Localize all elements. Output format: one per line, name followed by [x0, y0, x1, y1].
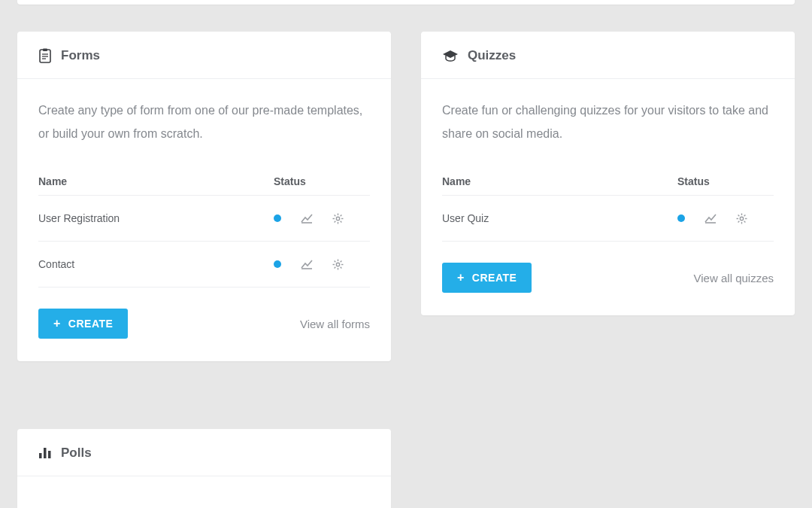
svg-line-32 — [738, 214, 740, 216]
forms-description: Create any type of form from one of our … — [38, 99, 370, 145]
create-label: CREATE — [68, 318, 114, 330]
analytics-icon[interactable] — [704, 213, 717, 224]
view-all-forms-link[interactable]: View all forms — [300, 318, 370, 330]
svg-line-11 — [335, 214, 336, 216]
create-label: CREATE — [472, 272, 517, 284]
analytics-icon[interactable] — [301, 213, 313, 224]
svg-line-14 — [335, 221, 336, 223]
table-row: User Quiz — [442, 196, 774, 242]
clipboard-icon — [38, 48, 52, 63]
create-quiz-button[interactable]: + CREATE — [442, 263, 532, 293]
forms-card-header: Forms — [17, 32, 391, 79]
svg-marker-25 — [443, 50, 458, 58]
svg-line-23 — [341, 260, 342, 262]
forms-title: Forms — [61, 48, 100, 63]
top-card-stub — [17, 0, 795, 5]
svg-rect-1 — [43, 49, 47, 52]
quizzes-footer: + CREATE View all quizzes — [442, 263, 774, 293]
quizzes-title: Quizzes — [468, 48, 516, 63]
quizzes-description: Create fun or challenging quizzes for yo… — [442, 99, 774, 145]
polls-title: Polls — [61, 446, 92, 461]
polls-body-stub — [17, 476, 391, 508]
forms-col-name: Name — [38, 168, 274, 196]
plus-icon: + — [457, 272, 465, 284]
gear-icon[interactable] — [332, 213, 344, 224]
quizzes-card-header: Quizzes — [421, 32, 795, 79]
row-name: User Registration — [38, 196, 274, 242]
forms-card: Forms Create any type of form from one o… — [17, 32, 391, 361]
svg-point-27 — [740, 217, 743, 220]
gear-icon[interactable] — [736, 213, 747, 224]
quizzes-col-status: Status — [677, 168, 774, 196]
svg-line-24 — [335, 267, 336, 269]
svg-line-33 — [744, 221, 746, 223]
polls-card-header: Polls — [17, 429, 391, 476]
status-dot-icon — [274, 214, 281, 222]
row-name: Contact — [38, 242, 274, 287]
polls-card: Polls — [17, 429, 391, 508]
graduation-cap-icon — [442, 50, 459, 62]
quizzes-card-body: Create fun or challenging quizzes for yo… — [421, 79, 795, 315]
forms-card-body: Create any type of form from one of our … — [17, 79, 391, 361]
table-row: Contact — [38, 242, 370, 287]
svg-point-16 — [336, 263, 339, 266]
table-row: User Registration — [38, 196, 370, 242]
quizzes-table: Name Status User Quiz — [442, 168, 774, 242]
forms-table: Name Status User Registration — [38, 168, 370, 287]
svg-line-35 — [738, 221, 740, 223]
analytics-icon[interactable] — [301, 259, 313, 269]
forms-col-status: Status — [274, 168, 370, 196]
create-form-button[interactable]: + CREATE — [38, 309, 128, 339]
svg-line-34 — [744, 214, 746, 216]
view-all-quizzes-link[interactable]: View all quizzes — [694, 272, 774, 284]
svg-rect-38 — [48, 451, 51, 458]
bar-chart-icon — [38, 447, 52, 459]
svg-line-13 — [341, 214, 342, 216]
svg-line-22 — [341, 267, 342, 269]
gear-icon[interactable] — [332, 259, 344, 270]
quizzes-col-name: Name — [442, 168, 677, 196]
svg-line-12 — [341, 221, 342, 223]
svg-line-21 — [335, 260, 336, 262]
svg-point-6 — [336, 217, 339, 220]
status-dot-icon — [274, 260, 281, 268]
forms-footer: + CREATE View all forms — [38, 309, 370, 339]
plus-icon: + — [53, 318, 61, 330]
svg-rect-37 — [44, 448, 47, 458]
svg-rect-36 — [39, 453, 42, 458]
row-name: User Quiz — [442, 196, 677, 242]
status-dot-icon — [677, 214, 685, 222]
quizzes-card: Quizzes Create fun or challenging quizze… — [421, 32, 795, 315]
